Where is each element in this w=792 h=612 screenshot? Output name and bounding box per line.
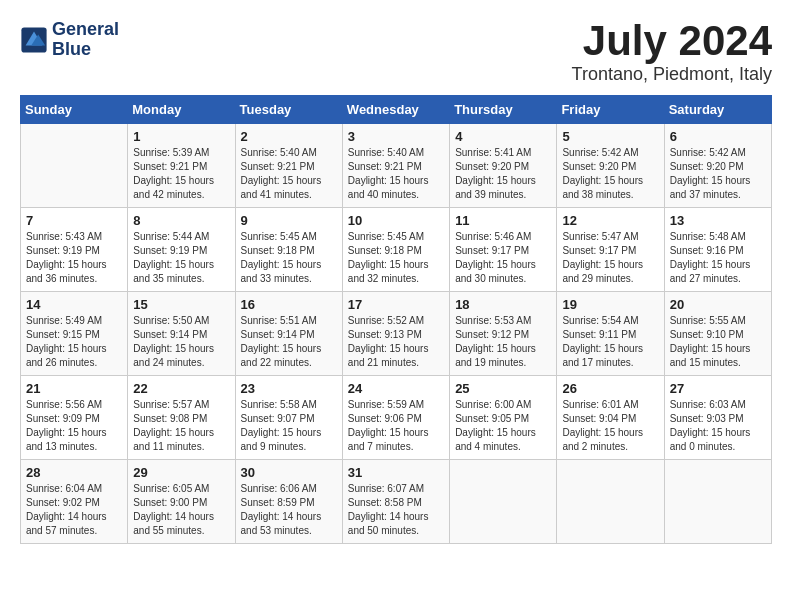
calendar-cell: 19Sunrise: 5:54 AM Sunset: 9:11 PM Dayli…	[557, 292, 664, 376]
day-number: 18	[455, 297, 551, 312]
calendar-cell: 30Sunrise: 6:06 AM Sunset: 8:59 PM Dayli…	[235, 460, 342, 544]
day-info: Sunrise: 5:45 AM Sunset: 9:18 PM Dayligh…	[241, 230, 337, 286]
day-info: Sunrise: 5:40 AM Sunset: 9:21 PM Dayligh…	[241, 146, 337, 202]
day-number: 17	[348, 297, 444, 312]
calendar-cell: 4Sunrise: 5:41 AM Sunset: 9:20 PM Daylig…	[450, 124, 557, 208]
day-info: Sunrise: 5:47 AM Sunset: 9:17 PM Dayligh…	[562, 230, 658, 286]
calendar-cell: 26Sunrise: 6:01 AM Sunset: 9:04 PM Dayli…	[557, 376, 664, 460]
day-number: 21	[26, 381, 122, 396]
day-info: Sunrise: 6:03 AM Sunset: 9:03 PM Dayligh…	[670, 398, 766, 454]
day-number: 7	[26, 213, 122, 228]
calendar-cell: 22Sunrise: 5:57 AM Sunset: 9:08 PM Dayli…	[128, 376, 235, 460]
column-header-thursday: Thursday	[450, 96, 557, 124]
column-header-tuesday: Tuesday	[235, 96, 342, 124]
title-area: July 2024 Trontano, Piedmont, Italy	[572, 20, 772, 85]
calendar-cell: 5Sunrise: 5:42 AM Sunset: 9:20 PM Daylig…	[557, 124, 664, 208]
day-number: 1	[133, 129, 229, 144]
calendar-cell: 31Sunrise: 6:07 AM Sunset: 8:58 PM Dayli…	[342, 460, 449, 544]
calendar-cell: 10Sunrise: 5:45 AM Sunset: 9:18 PM Dayli…	[342, 208, 449, 292]
calendar-cell: 12Sunrise: 5:47 AM Sunset: 9:17 PM Dayli…	[557, 208, 664, 292]
day-number: 16	[241, 297, 337, 312]
day-info: Sunrise: 5:51 AM Sunset: 9:14 PM Dayligh…	[241, 314, 337, 370]
calendar-cell: 23Sunrise: 5:58 AM Sunset: 9:07 PM Dayli…	[235, 376, 342, 460]
column-headers: SundayMondayTuesdayWednesdayThursdayFrid…	[21, 96, 772, 124]
day-info: Sunrise: 5:48 AM Sunset: 9:16 PM Dayligh…	[670, 230, 766, 286]
day-info: Sunrise: 5:50 AM Sunset: 9:14 PM Dayligh…	[133, 314, 229, 370]
day-info: Sunrise: 5:46 AM Sunset: 9:17 PM Dayligh…	[455, 230, 551, 286]
calendar-cell: 24Sunrise: 5:59 AM Sunset: 9:06 PM Dayli…	[342, 376, 449, 460]
calendar-cell: 18Sunrise: 5:53 AM Sunset: 9:12 PM Dayli…	[450, 292, 557, 376]
day-info: Sunrise: 5:52 AM Sunset: 9:13 PM Dayligh…	[348, 314, 444, 370]
calendar-cell: 3Sunrise: 5:40 AM Sunset: 9:21 PM Daylig…	[342, 124, 449, 208]
calendar-week-1: 1Sunrise: 5:39 AM Sunset: 9:21 PM Daylig…	[21, 124, 772, 208]
day-info: Sunrise: 5:43 AM Sunset: 9:19 PM Dayligh…	[26, 230, 122, 286]
day-number: 25	[455, 381, 551, 396]
column-header-saturday: Saturday	[664, 96, 771, 124]
day-info: Sunrise: 5:53 AM Sunset: 9:12 PM Dayligh…	[455, 314, 551, 370]
day-info: Sunrise: 5:39 AM Sunset: 9:21 PM Dayligh…	[133, 146, 229, 202]
calendar-cell	[664, 460, 771, 544]
day-number: 9	[241, 213, 337, 228]
calendar-cell: 2Sunrise: 5:40 AM Sunset: 9:21 PM Daylig…	[235, 124, 342, 208]
calendar-cell: 29Sunrise: 6:05 AM Sunset: 9:00 PM Dayli…	[128, 460, 235, 544]
calendar-cell: 8Sunrise: 5:44 AM Sunset: 9:19 PM Daylig…	[128, 208, 235, 292]
calendar-cell: 9Sunrise: 5:45 AM Sunset: 9:18 PM Daylig…	[235, 208, 342, 292]
day-info: Sunrise: 5:49 AM Sunset: 9:15 PM Dayligh…	[26, 314, 122, 370]
logo-icon	[20, 26, 48, 54]
column-header-sunday: Sunday	[21, 96, 128, 124]
calendar-table: SundayMondayTuesdayWednesdayThursdayFrid…	[20, 95, 772, 544]
day-info: Sunrise: 6:06 AM Sunset: 8:59 PM Dayligh…	[241, 482, 337, 538]
calendar-cell: 13Sunrise: 5:48 AM Sunset: 9:16 PM Dayli…	[664, 208, 771, 292]
calendar-cell: 21Sunrise: 5:56 AM Sunset: 9:09 PM Dayli…	[21, 376, 128, 460]
calendar-cell: 6Sunrise: 5:42 AM Sunset: 9:20 PM Daylig…	[664, 124, 771, 208]
calendar-cell: 11Sunrise: 5:46 AM Sunset: 9:17 PM Dayli…	[450, 208, 557, 292]
day-number: 8	[133, 213, 229, 228]
day-number: 19	[562, 297, 658, 312]
column-header-wednesday: Wednesday	[342, 96, 449, 124]
day-number: 5	[562, 129, 658, 144]
day-number: 13	[670, 213, 766, 228]
day-info: Sunrise: 5:42 AM Sunset: 9:20 PM Dayligh…	[562, 146, 658, 202]
logo-text: General Blue	[52, 20, 119, 60]
day-info: Sunrise: 5:41 AM Sunset: 9:20 PM Dayligh…	[455, 146, 551, 202]
day-info: Sunrise: 6:07 AM Sunset: 8:58 PM Dayligh…	[348, 482, 444, 538]
day-number: 3	[348, 129, 444, 144]
day-number: 30	[241, 465, 337, 480]
day-number: 11	[455, 213, 551, 228]
day-info: Sunrise: 5:40 AM Sunset: 9:21 PM Dayligh…	[348, 146, 444, 202]
day-info: Sunrise: 5:55 AM Sunset: 9:10 PM Dayligh…	[670, 314, 766, 370]
calendar-week-2: 7Sunrise: 5:43 AM Sunset: 9:19 PM Daylig…	[21, 208, 772, 292]
day-number: 22	[133, 381, 229, 396]
day-number: 26	[562, 381, 658, 396]
calendar-cell: 15Sunrise: 5:50 AM Sunset: 9:14 PM Dayli…	[128, 292, 235, 376]
day-info: Sunrise: 5:57 AM Sunset: 9:08 PM Dayligh…	[133, 398, 229, 454]
calendar-cell: 16Sunrise: 5:51 AM Sunset: 9:14 PM Dayli…	[235, 292, 342, 376]
day-number: 23	[241, 381, 337, 396]
day-info: Sunrise: 6:00 AM Sunset: 9:05 PM Dayligh…	[455, 398, 551, 454]
day-number: 27	[670, 381, 766, 396]
day-info: Sunrise: 5:58 AM Sunset: 9:07 PM Dayligh…	[241, 398, 337, 454]
calendar-week-5: 28Sunrise: 6:04 AM Sunset: 9:02 PM Dayli…	[21, 460, 772, 544]
calendar-cell	[450, 460, 557, 544]
day-number: 24	[348, 381, 444, 396]
day-info: Sunrise: 5:59 AM Sunset: 9:06 PM Dayligh…	[348, 398, 444, 454]
calendar-cell: 28Sunrise: 6:04 AM Sunset: 9:02 PM Dayli…	[21, 460, 128, 544]
calendar-cell	[21, 124, 128, 208]
calendar-cell: 1Sunrise: 5:39 AM Sunset: 9:21 PM Daylig…	[128, 124, 235, 208]
day-info: Sunrise: 5:45 AM Sunset: 9:18 PM Dayligh…	[348, 230, 444, 286]
day-info: Sunrise: 5:54 AM Sunset: 9:11 PM Dayligh…	[562, 314, 658, 370]
location-title: Trontano, Piedmont, Italy	[572, 64, 772, 85]
day-info: Sunrise: 5:42 AM Sunset: 9:20 PM Dayligh…	[670, 146, 766, 202]
day-info: Sunrise: 6:01 AM Sunset: 9:04 PM Dayligh…	[562, 398, 658, 454]
day-number: 31	[348, 465, 444, 480]
calendar-cell: 20Sunrise: 5:55 AM Sunset: 9:10 PM Dayli…	[664, 292, 771, 376]
day-info: Sunrise: 5:56 AM Sunset: 9:09 PM Dayligh…	[26, 398, 122, 454]
day-info: Sunrise: 6:05 AM Sunset: 9:00 PM Dayligh…	[133, 482, 229, 538]
calendar-cell: 7Sunrise: 5:43 AM Sunset: 9:19 PM Daylig…	[21, 208, 128, 292]
day-number: 15	[133, 297, 229, 312]
calendar-cell: 25Sunrise: 6:00 AM Sunset: 9:05 PM Dayli…	[450, 376, 557, 460]
day-number: 28	[26, 465, 122, 480]
calendar-cell: 27Sunrise: 6:03 AM Sunset: 9:03 PM Dayli…	[664, 376, 771, 460]
page-header: General Blue July 2024 Trontano, Piedmon…	[20, 20, 772, 85]
column-header-monday: Monday	[128, 96, 235, 124]
